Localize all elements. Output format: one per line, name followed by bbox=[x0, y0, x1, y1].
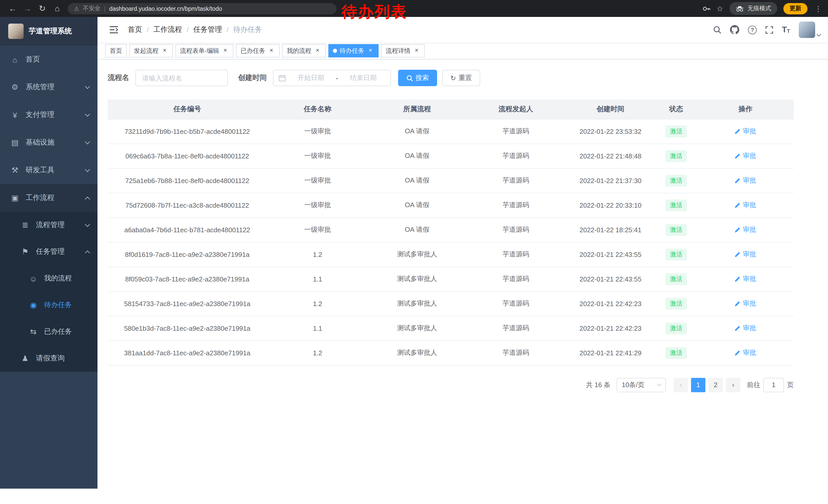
address-separator: | bbox=[104, 5, 106, 11]
browser-back-icon[interactable]: ← bbox=[5, 1, 20, 16]
sidebar-item-infrastructure[interactable]: ▤基础设施 bbox=[0, 129, 97, 156]
tab-start-process[interactable]: 发起流程× bbox=[129, 44, 173, 57]
browser-menu-icon[interactable]: ⋮ bbox=[814, 4, 823, 12]
process-cell: OA 请假 bbox=[368, 144, 466, 168]
bookmark-star-icon[interactable]: ☆ bbox=[716, 4, 723, 13]
starter-cell: 芋道源码 bbox=[466, 144, 566, 168]
goto-page-input[interactable] bbox=[763, 378, 784, 392]
sidebar-menu: ⌂首页⚙系统管理¥支付管理▤基础设施⚒研发工具▣工作流程≣流程管理⚑任务管理☺我… bbox=[0, 46, 97, 372]
approve-label: 审批 bbox=[743, 200, 756, 210]
close-icon[interactable]: × bbox=[314, 47, 321, 54]
gear-icon: ⚙ bbox=[10, 83, 19, 92]
prev-page-button[interactable]: ‹ bbox=[673, 378, 688, 392]
task-name-cell: 一级审批 bbox=[267, 217, 368, 242]
sidebar-item-leave-query[interactable]: ♟请假查询 bbox=[0, 345, 97, 372]
tab-process-detail[interactable]: 流程详情× bbox=[381, 44, 425, 57]
sidebar-item-done-task[interactable]: ⇆已办任务 bbox=[0, 318, 97, 345]
tab-my-process[interactable]: 我的流程× bbox=[282, 44, 326, 57]
sidebar-item-process-management[interactable]: ≣流程管理 bbox=[0, 212, 97, 238]
browser-home-icon[interactable]: ⌂ bbox=[50, 1, 65, 16]
app-logo[interactable]: 芋道管理系统 bbox=[0, 17, 97, 46]
status-badge: 激活 bbox=[665, 199, 687, 211]
approve-link[interactable]: 审批 bbox=[735, 324, 756, 333]
approve-link[interactable]: 审批 bbox=[735, 348, 756, 357]
sidebar-item-devtools[interactable]: ⚒研发工具 bbox=[0, 156, 97, 184]
date-range-picker[interactable]: 开始日期 - 结束日期 bbox=[273, 70, 391, 86]
screen: ← → ↻ ⌂ ⚠ 不安全 | dashboard.yudao.iocoder.… bbox=[0, 0, 828, 504]
range-separator: - bbox=[336, 74, 338, 82]
tab-done-task[interactable]: 已办任务× bbox=[236, 44, 280, 57]
font-size-icon[interactable]: TT bbox=[782, 26, 790, 34]
tab-todo-task[interactable]: 待办任务× bbox=[328, 44, 379, 57]
column-header: 状态 bbox=[655, 99, 697, 119]
browser-toolbar: ← → ↻ ⌂ ⚠ 不安全 | dashboard.yudao.iocoder.… bbox=[0, 0, 828, 17]
navbar: 首页/工作流程/任务管理/待办任务 ? bbox=[97, 17, 828, 43]
breadcrumb-separator: / bbox=[147, 26, 149, 34]
tab-label: 流程详情 bbox=[386, 46, 410, 55]
approve-link[interactable]: 审批 bbox=[735, 176, 756, 185]
fullscreen-icon[interactable] bbox=[765, 26, 773, 34]
github-icon[interactable] bbox=[730, 25, 739, 34]
page-size-select[interactable]: 10条/页 bbox=[617, 378, 666, 392]
task-id-cell: 381aa1dd-7ac8-11ec-a9e2-a2380e71991a bbox=[108, 340, 267, 365]
reset-button[interactable]: ↻ 重置 bbox=[442, 70, 480, 86]
close-icon[interactable]: × bbox=[413, 47, 420, 54]
approve-link[interactable]: 审批 bbox=[735, 250, 756, 259]
breadcrumb-item[interactable]: 工作流程 bbox=[153, 25, 182, 34]
hamburger-icon[interactable] bbox=[105, 26, 123, 34]
sidebar-item-todo-task[interactable]: ◉待办任务 bbox=[0, 292, 97, 318]
close-icon[interactable]: × bbox=[222, 47, 229, 54]
approve-link[interactable]: 审批 bbox=[735, 127, 756, 136]
tab-form-edit[interactable]: 流程表单-编辑× bbox=[175, 44, 234, 57]
page-button-2[interactable]: 2 bbox=[708, 378, 723, 392]
column-header: 创建时间 bbox=[566, 99, 655, 119]
approve-link[interactable]: 审批 bbox=[735, 151, 756, 161]
search-icon[interactable] bbox=[713, 26, 721, 34]
close-icon[interactable]: × bbox=[268, 47, 275, 54]
user-menu[interactable] bbox=[799, 21, 820, 38]
close-icon[interactable]: × bbox=[367, 47, 374, 54]
process-cell: OA 请假 bbox=[368, 119, 466, 144]
help-icon[interactable]: ? bbox=[748, 26, 757, 34]
sidebar-item-label: 支付管理 bbox=[26, 110, 80, 120]
approve-link[interactable]: 审批 bbox=[735, 299, 756, 308]
key-icon[interactable] bbox=[702, 4, 710, 12]
process-name-input[interactable] bbox=[135, 70, 228, 86]
browser-forward-icon[interactable]: → bbox=[20, 1, 35, 16]
tab-label: 发起流程 bbox=[134, 46, 159, 55]
sidebar-item-home[interactable]: ⌂首页 bbox=[0, 46, 97, 73]
approve-link[interactable]: 审批 bbox=[735, 225, 756, 234]
pagination: 共 16 条 10条/页 ‹ 12 › 前往 页 bbox=[108, 378, 794, 392]
task-name-cell: 1.1 bbox=[267, 316, 368, 340]
table-row: 75d72608-7b7f-11ec-a3c8-acde48001122一级审批… bbox=[108, 193, 794, 217]
sidebar-item-payment[interactable]: ¥支付管理 bbox=[0, 101, 97, 129]
sidebar-item-system[interactable]: ⚙系统管理 bbox=[0, 73, 97, 101]
approve-label: 审批 bbox=[743, 299, 756, 308]
address-bar[interactable]: ⚠ 不安全 | dashboard.yudao.iocoder.cn/bpm/t… bbox=[68, 3, 336, 14]
page-unit-label: 页 bbox=[787, 380, 794, 390]
starter-cell: 芋道源码 bbox=[466, 168, 566, 193]
next-page-button[interactable]: › bbox=[726, 378, 740, 392]
breadcrumb-item[interactable]: 首页 bbox=[128, 25, 142, 34]
approve-link[interactable]: 审批 bbox=[735, 200, 756, 210]
refresh-icon: ↻ bbox=[450, 74, 456, 82]
update-button[interactable]: 更新 bbox=[783, 3, 808, 14]
logo-image bbox=[8, 24, 24, 39]
approve-link[interactable]: 审批 bbox=[735, 274, 756, 283]
close-icon[interactable]: × bbox=[161, 47, 168, 54]
tab-home[interactable]: 首页 bbox=[105, 44, 127, 57]
action-cell: 审批 bbox=[697, 340, 794, 365]
page-button-1[interactable]: 1 bbox=[691, 378, 705, 392]
status-badge: 激活 bbox=[665, 175, 687, 186]
sidebar-item-my-process[interactable]: ☺我的流程 bbox=[0, 265, 97, 292]
sidebar-item-task-management[interactable]: ⚑任务管理 bbox=[0, 238, 97, 265]
browser-reload-icon[interactable]: ↻ bbox=[35, 1, 50, 16]
breadcrumb-item[interactable]: 任务管理 bbox=[194, 25, 222, 34]
search-button[interactable]: 搜索 bbox=[398, 70, 437, 86]
sidebar-item-workflow[interactable]: ▣工作流程 bbox=[0, 184, 97, 212]
sidebar-item-label: 基础设施 bbox=[26, 138, 80, 147]
chevron-down-icon bbox=[817, 32, 821, 37]
starter-cell: 芋道源码 bbox=[466, 217, 566, 242]
infrastructure-icon: ▤ bbox=[10, 138, 19, 147]
table-row: 580e1b3d-7ac8-11ec-a9e2-a2380e71991a1.1测… bbox=[108, 316, 794, 340]
